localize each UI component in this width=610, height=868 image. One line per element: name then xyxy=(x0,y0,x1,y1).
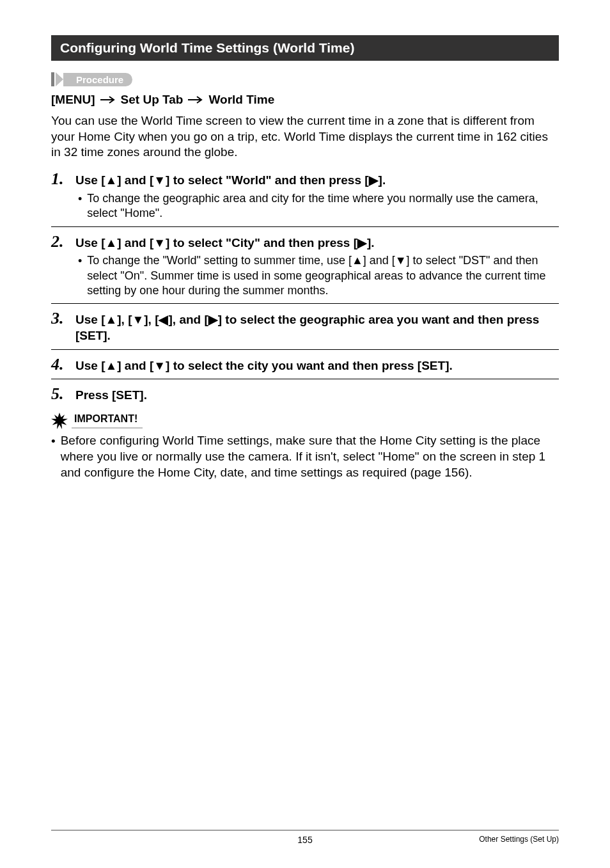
intro-paragraph: You can use the World Time screen to vie… xyxy=(51,113,559,161)
step-title: Use [▲] and [▼] to select the city you w… xyxy=(75,358,559,374)
bullet-text: To change the geographic area and city f… xyxy=(87,191,559,221)
divider xyxy=(51,303,559,304)
important-label: IMPORTANT! xyxy=(72,413,143,429)
step-title: Use [▲] and [▼] to select "City" and the… xyxy=(75,235,559,251)
procedure-bar xyxy=(51,72,54,86)
step-title: Use [▲] and [▼] to select "World" and th… xyxy=(75,173,559,189)
bullet-icon: • xyxy=(78,191,82,221)
bullet-icon: • xyxy=(51,433,56,480)
step-3: 3. Use [▲], [▼], [◀], and [▶] to select … xyxy=(51,310,559,343)
important-heading: IMPORTANT! xyxy=(51,413,559,429)
step-number: 1. xyxy=(51,171,69,221)
burst-icon xyxy=(51,413,68,429)
divider xyxy=(51,379,559,379)
step-number: 2. xyxy=(51,233,69,299)
procedure-pill: Procedure xyxy=(63,73,132,86)
step-number: 4. xyxy=(51,356,69,374)
step-bullet: • To change the "World" setting to summe… xyxy=(78,253,559,298)
important-text: Before configuring World Time settings, … xyxy=(61,433,559,480)
step-5: 5. Press [SET]. xyxy=(51,386,559,404)
step-number: 3. xyxy=(51,310,69,343)
step-number: 5. xyxy=(51,386,69,404)
arrow-right-icon xyxy=(188,96,203,104)
path-item: World Time xyxy=(208,93,274,107)
path-menu: [MENU] xyxy=(51,93,95,107)
bullet-text: To change the "World" setting to summer … xyxy=(87,253,559,298)
menu-path: [MENU] Set Up Tab World Time xyxy=(51,93,559,107)
section-heading: Configuring World Time Settings (World T… xyxy=(51,35,559,61)
arrow-right-icon xyxy=(100,96,116,104)
page-footer: 155 Other Settings (Set Up) xyxy=(51,830,559,844)
step-2: 2. Use [▲] and [▼] to select "City" and … xyxy=(51,233,559,299)
step-bullet: • To change the geographic area and city… xyxy=(78,191,559,221)
path-tab: Set Up Tab xyxy=(121,93,184,107)
step-title: Use [▲], [▼], [◀], and [▶] to select the… xyxy=(75,312,559,343)
step-title: Press [SET]. xyxy=(75,388,559,404)
important-bullet: • Before configuring World Time settings… xyxy=(51,433,559,480)
procedure-label-row: Procedure xyxy=(51,72,559,86)
svg-marker-3 xyxy=(51,413,68,429)
step-1: 1. Use [▲] and [▼] to select "World" and… xyxy=(51,171,559,221)
bullet-icon: • xyxy=(78,253,82,298)
divider xyxy=(51,226,559,227)
page-number: 155 xyxy=(51,835,559,845)
step-4: 4. Use [▲] and [▼] to select the city yo… xyxy=(51,356,559,374)
divider xyxy=(51,349,559,350)
svg-marker-0 xyxy=(56,72,63,86)
